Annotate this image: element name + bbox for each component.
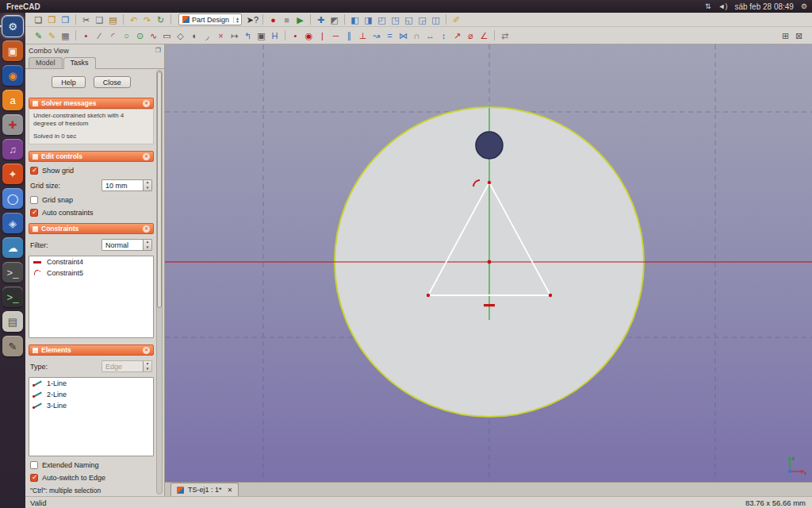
- help-button[interactable]: Help: [52, 76, 86, 88]
- session-menu-icon[interactable]: ⚙: [801, 2, 807, 10]
- refresh-icon[interactable]: ↻: [154, 13, 167, 26]
- create-polygon-icon[interactable]: ◇: [174, 29, 187, 42]
- keyboard-indicator-icon[interactable]: ⇅: [705, 2, 711, 10]
- macro-stop-icon[interactable]: ■: [280, 13, 293, 26]
- collapse-section-icon[interactable]: ✕: [143, 153, 150, 160]
- scrollbar-thumb[interactable]: [157, 71, 162, 308]
- auto-constraints-row[interactable]: Auto constraints: [30, 209, 152, 217]
- 3d-viewport[interactable]: x y: [165, 44, 812, 482]
- draw-style-icon[interactable]: ◩: [327, 13, 341, 26]
- tab-model[interactable]: Model: [29, 57, 63, 68]
- construction-mode-icon[interactable]: H: [268, 29, 282, 42]
- grid-snap-row[interactable]: Grid snap: [30, 196, 152, 204]
- save-document-icon[interactable]: ❐: [59, 13, 72, 26]
- create-slot-icon[interactable]: ◖: [187, 29, 201, 42]
- view-rear-icon[interactable]: ◱: [402, 13, 416, 26]
- constrain-distance-x-icon[interactable]: ↔: [423, 29, 437, 42]
- show-grid-row[interactable]: Show grid: [30, 167, 152, 175]
- create-fillet-icon[interactable]: ◞: [201, 29, 214, 42]
- copy-icon[interactable]: ❑: [93, 13, 106, 26]
- sketch-canvas[interactable]: x y: [165, 44, 812, 482]
- type-combobox[interactable]: Edge: [102, 360, 152, 372]
- map-sketch-icon[interactable]: ▦: [59, 29, 72, 42]
- launcher-item-chromium[interactable]: ◯: [2, 188, 23, 209]
- create-point-icon[interactable]: •: [79, 29, 93, 42]
- external-geometry-icon[interactable]: ↰: [241, 29, 255, 42]
- select-elements-icon[interactable]: ⊞: [779, 29, 792, 42]
- panel-scrollbar[interactable]: [156, 70, 163, 495]
- sketch-hole[interactable]: [476, 132, 503, 159]
- constrain-radius-icon[interactable]: ⌀: [464, 29, 477, 42]
- constrain-coincident-icon[interactable]: •: [289, 29, 302, 42]
- grid-snap-checkbox[interactable]: [30, 196, 38, 204]
- constrain-distance-y-icon[interactable]: ↕: [437, 29, 450, 42]
- launcher-item-messaging[interactable]: ◈: [2, 213, 23, 233]
- constrain-distance-icon[interactable]: ↗: [450, 29, 464, 42]
- constraint-list-item[interactable]: Constraint4: [29, 256, 153, 267]
- collapse-section-icon[interactable]: ✕: [143, 347, 150, 354]
- constrain-lock-icon[interactable]: ∩: [410, 29, 423, 42]
- collapse-section-icon[interactable]: ✕: [143, 225, 150, 233]
- float-panel-icon[interactable]: ❐: [155, 47, 161, 54]
- launcher-item-media-player[interactable]: ♫: [2, 139, 23, 160]
- launcher-item-software-center[interactable]: ✦: [2, 164, 23, 184]
- extended-naming-checkbox[interactable]: [30, 461, 38, 469]
- launcher-item-terminal-root[interactable]: >_: [2, 287, 23, 307]
- auto-switch-row[interactable]: Auto-switch to Edge: [30, 474, 152, 482]
- filter-combobox[interactable]: Normal: [102, 239, 152, 251]
- extend-edge-icon[interactable]: ↦: [228, 29, 241, 42]
- constraint-list-item[interactable]: Constraint5: [29, 267, 153, 279]
- cut-icon[interactable]: ✂: [79, 13, 93, 26]
- extended-naming-row[interactable]: Extended Naming: [30, 461, 152, 469]
- tab-tasks[interactable]: Tasks: [63, 57, 96, 69]
- constrain-angle-icon[interactable]: ∠: [477, 29, 491, 42]
- view-right-icon[interactable]: ◳: [389, 13, 402, 26]
- clock-indicator[interactable]: sáb feb 28 08:49: [734, 2, 794, 11]
- trim-edge-icon[interactable]: ×: [214, 29, 228, 42]
- create-polyline-icon[interactable]: ∿: [147, 29, 160, 42]
- constrain-vertical-icon[interactable]: |: [316, 29, 329, 42]
- view-left-icon[interactable]: ◫: [429, 13, 442, 26]
- macro-execute-icon[interactable]: ▶: [293, 13, 307, 26]
- auto-switch-checkbox[interactable]: [30, 474, 38, 482]
- spin-arrows-icon[interactable]: [143, 180, 151, 190]
- solver-message-link[interactable]: Under-constrained sketch with 4 degrees …: [33, 112, 136, 128]
- launcher-item-files[interactable]: ▣: [2, 40, 23, 61]
- fit-all-icon[interactable]: ✚: [314, 13, 327, 26]
- create-line-icon[interactable]: ∕: [93, 29, 106, 42]
- grid-size-spinbox[interactable]: 10 mm: [102, 179, 152, 191]
- paste-icon[interactable]: ▤: [106, 13, 120, 26]
- undo-icon[interactable]: ↶: [127, 13, 140, 26]
- auto-constraints-checkbox[interactable]: [30, 209, 38, 217]
- view-top-icon[interactable]: ◰: [375, 13, 389, 26]
- create-sketch-icon[interactable]: ✎: [32, 29, 45, 42]
- workbench-selector[interactable]: Part Design▲▼: [178, 13, 242, 25]
- toggle-driving-constraint-icon[interactable]: ⇄: [498, 29, 511, 42]
- element-list-item[interactable]: 3-Line: [29, 400, 153, 411]
- create-arc-icon[interactable]: ◜: [106, 29, 120, 42]
- new-document-icon[interactable]: ❏: [32, 13, 45, 26]
- element-list-item[interactable]: 1-Line: [29, 378, 153, 389]
- constrain-perpendicular-icon[interactable]: ⊥: [356, 29, 370, 42]
- view-front-icon[interactable]: ◨: [362, 13, 375, 26]
- whats-this-icon[interactable]: ➤?: [246, 13, 259, 26]
- origin-point[interactable]: [488, 260, 492, 264]
- triangle-vertex-left[interactable]: [427, 294, 430, 297]
- constrain-point-on-object-icon[interactable]: ◉: [302, 29, 316, 42]
- triangle-vertex-top[interactable]: [488, 181, 491, 184]
- launcher-item-freecad[interactable]: ⚙: [2, 16, 23, 37]
- combo-arrows-icon[interactable]: [143, 240, 151, 250]
- edit-sketch-icon[interactable]: ✎: [45, 29, 59, 42]
- close-tab-icon[interactable]: ✕: [228, 487, 233, 494]
- macro-record-icon[interactable]: ●: [266, 13, 280, 26]
- sound-indicator-icon[interactable]: ◄): [718, 2, 728, 10]
- create-rectangle-icon[interactable]: ▭: [160, 29, 174, 42]
- open-document-icon[interactable]: ❒: [45, 13, 59, 26]
- constrain-parallel-icon[interactable]: ∥: [343, 29, 356, 42]
- create-circle-icon[interactable]: ○: [120, 29, 133, 42]
- launcher-item-terminal[interactable]: >_: [2, 262, 23, 283]
- element-list-item[interactable]: 2-Line: [29, 389, 153, 400]
- close-button[interactable]: Close: [94, 76, 131, 88]
- constrain-horizontal-icon[interactable]: ─: [329, 29, 343, 42]
- launcher-item-cloud-app[interactable]: ☁: [2, 237, 23, 258]
